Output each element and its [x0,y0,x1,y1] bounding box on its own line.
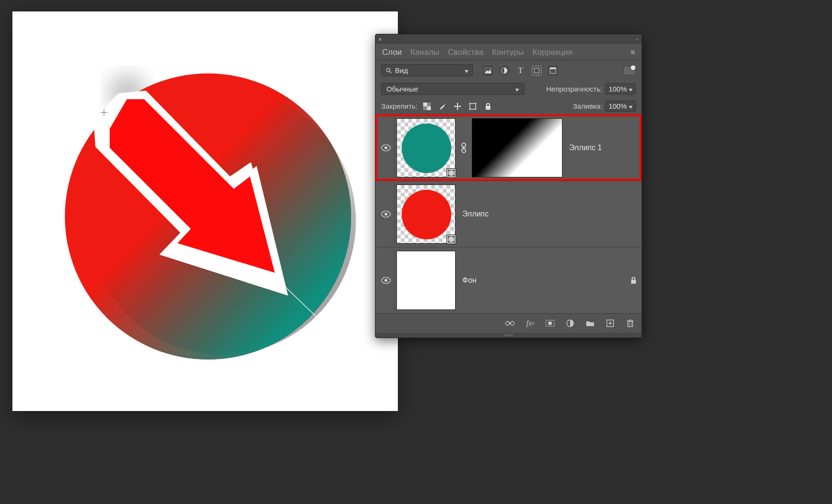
layer-row-background[interactable]: Фон [375,247,642,313]
svg-rect-14 [534,68,539,73]
trash-icon[interactable] [625,319,635,328]
panel-footer: fx▾ [375,313,642,333]
blend-mode-select[interactable]: Обычные [381,83,524,95]
fill-value: 100% [609,102,627,110]
layer-type-filters: T [483,66,558,75]
svg-rect-55 [628,321,633,327]
lock-row: Закрепить: Заливка: 100% [375,98,642,114]
svg-rect-41 [453,236,455,237]
tab-channels[interactable]: Каналы [410,48,439,57]
svg-rect-31 [453,170,455,171]
layer-name[interactable]: Эллипс 1 [569,144,602,152]
filter-text-icon[interactable]: T [516,66,525,75]
opacity-label: Непрозрачность: [546,85,603,93]
tab-layers[interactable]: Слои [382,48,402,57]
svg-rect-20 [423,106,427,110]
filter-pixel-icon[interactable] [483,66,493,75]
layer-thumbnail[interactable] [396,251,456,310]
shape-badge-icon [447,235,456,244]
lock-label: Закрепить: [381,102,417,110]
eye-icon [381,211,391,217]
svg-point-38 [402,190,451,239]
shape-badge-icon [447,168,456,178]
svg-line-11 [390,71,392,73]
chevron-down-icon [465,66,468,74]
visibility-toggle[interactable] [377,183,395,245]
search-icon [385,67,392,74]
filter-shape-icon[interactable] [532,66,541,75]
tab-paths[interactable]: Контуры [492,48,524,57]
visibility-toggle[interactable] [377,117,395,179]
add-mask-icon[interactable] [545,319,555,328]
chevron-down-icon [629,85,633,93]
eye-icon [381,277,391,284]
lock-icon[interactable] [630,277,637,284]
link-layers-icon[interactable] [505,319,515,328]
chevron-down-icon [515,85,519,93]
svg-rect-17 [423,103,427,106]
document-canvas[interactable] [12,11,398,411]
lock-transparency-icon[interactable] [422,102,432,111]
new-layer-icon[interactable] [605,319,615,328]
svg-point-37 [385,213,387,216]
panel-titlebar[interactable]: × ‹‹ [375,34,642,44]
blend-mode-value: Обычные [386,85,418,93]
opacity-value: 100% [609,85,627,93]
layer-mask-thumbnail[interactable] [472,118,562,177]
svg-rect-26 [486,106,490,110]
panel-menu-icon[interactable]: ≡ [631,49,635,56]
lock-artboard-icon[interactable] [468,102,478,111]
filter-toggle[interactable] [624,66,636,75]
layer-thumbnail[interactable] [396,118,456,177]
fx-icon[interactable]: fx▾ [525,319,535,328]
svg-rect-21 [470,103,476,109]
lock-pixels-icon[interactable] [437,102,447,111]
group-icon[interactable] [585,319,595,328]
opacity-input[interactable]: 100% [605,83,636,94]
layer-list: Эллипс 1 Эллипс [375,114,642,313]
layer-name[interactable]: Фон [462,276,477,285]
eye-icon [381,144,391,151]
tab-adjustments[interactable]: Коррекция [532,48,572,57]
layer-row-ellipse[interactable]: Эллипс [375,181,642,247]
canvas-artwork [12,11,398,411]
resize-grip[interactable] [375,333,642,338]
blend-row: Обычные Непрозрачность: 100% [375,80,642,98]
close-icon[interactable]: × [378,36,382,43]
svg-rect-32 [448,175,449,176]
svg-rect-45 [631,280,636,284]
collapse-icon[interactable]: ‹‹ [635,36,639,42]
layers-panel: × ‹‹ Слои Каналы Свойства Контуры Коррек… [375,34,642,338]
svg-rect-43 [453,241,455,243]
layer-thumbnail[interactable] [396,185,456,244]
svg-point-28 [402,123,451,173]
svg-rect-33 [453,175,455,176]
svg-rect-19 [427,103,431,106]
svg-point-44 [385,279,387,282]
svg-point-50 [548,321,552,325]
lock-icons [422,102,493,111]
svg-rect-30 [448,170,449,171]
filter-smartobject-icon[interactable] [548,66,558,75]
fill-input[interactable]: 100% [605,101,636,112]
link-mask-icon[interactable] [460,143,467,153]
tab-properties[interactable]: Свойства [448,48,484,57]
kind-label: Вид [395,66,408,74]
layer-name[interactable]: Эллипс [462,210,489,218]
filter-adjustment-icon[interactable] [499,66,509,75]
layer-kind-select[interactable]: Вид [381,64,473,76]
svg-point-27 [385,146,387,149]
chevron-down-icon [629,102,633,110]
svg-rect-40 [448,236,449,237]
svg-rect-42 [448,241,449,243]
adjustment-icon[interactable] [565,319,575,328]
toggle-dot [630,65,636,71]
svg-rect-18 [427,106,431,110]
panel-tabs: Слои Каналы Свойства Контуры Коррекция ≡ [375,44,642,61]
filter-row: Вид T [375,61,642,80]
lock-all-icon[interactable] [483,102,493,111]
layer-row-ellipse1[interactable]: Эллипс 1 [375,114,642,181]
fill-label: Заливка: [573,102,603,110]
lock-position-icon[interactable] [453,102,462,111]
visibility-toggle[interactable] [377,249,395,311]
